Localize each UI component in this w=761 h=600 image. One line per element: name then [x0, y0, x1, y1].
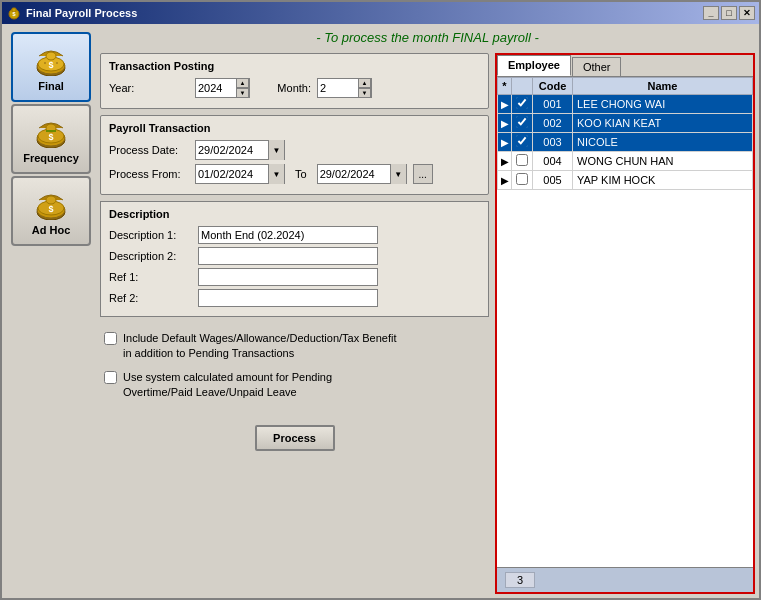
row-name-2: NICOLE — [573, 133, 753, 152]
svg-text:$: $ — [48, 132, 53, 142]
row-check-1[interactable] — [512, 114, 533, 133]
row-check-3[interactable] — [512, 152, 533, 171]
window-icon: $ — [6, 5, 22, 21]
final-label: Final — [38, 80, 64, 92]
month-up[interactable]: ▲ — [358, 78, 371, 88]
minimize-button[interactable]: _ — [703, 6, 719, 20]
name-header: Name — [573, 78, 753, 95]
table-row[interactable]: ▶ 005 YAP KIM HOCK — [498, 171, 753, 190]
tab-bar: Employee Other — [497, 55, 753, 77]
svg-text:$: $ — [48, 204, 53, 214]
sidebar-item-final[interactable]: $ Final — [11, 32, 91, 102]
row-name-4: YAP KIM HOCK — [573, 171, 753, 190]
row-checkbox-1[interactable] — [516, 116, 528, 128]
ref1-label: Ref 1: — [109, 271, 194, 283]
include-wages-row: Include Default Wages/Allowance/Deductio… — [104, 331, 485, 362]
desc1-label: Description 1: — [109, 229, 194, 241]
title-bar: $ Final Payroll Process _ □ ✕ — [2, 2, 759, 24]
month-spinner[interactable]: 2 ▲ ▼ — [317, 78, 372, 98]
count-value: 3 — [505, 572, 535, 588]
ref1-input[interactable] — [198, 268, 378, 286]
adhoc-label: Ad Hoc — [32, 224, 71, 236]
from-date-dropdown[interactable]: ▼ — [268, 164, 284, 184]
table-row[interactable]: ▶ 002 KOO KIAN KEAT — [498, 114, 753, 133]
ref2-row: Ref 2: — [109, 289, 480, 307]
row-checkbox-2[interactable] — [516, 135, 528, 147]
row-name-0: LEE CHONG WAI — [573, 95, 753, 114]
row-check-4[interactable] — [512, 171, 533, 190]
desc2-label: Description 2: — [109, 250, 194, 262]
sidebar-item-adhoc[interactable]: $ Ad Hoc — [11, 176, 91, 246]
final-icon: $ — [31, 42, 71, 76]
month-input[interactable]: 2 — [318, 79, 358, 97]
row-checkbox-4[interactable] — [516, 173, 528, 185]
row-code-0: 001 — [533, 95, 573, 114]
svg-point-6 — [46, 52, 56, 60]
page-title: - To process the month FINAL payroll - — [100, 28, 755, 47]
year-label: Year: — [109, 82, 189, 94]
desc1-input[interactable] — [198, 226, 378, 244]
employee-panel: Employee Other * Code Name — [495, 53, 755, 594]
tab-employee[interactable]: Employee — [497, 55, 571, 76]
row-check-2[interactable] — [512, 133, 533, 152]
ellipsis-button[interactable]: ... — [413, 164, 433, 184]
year-input[interactable]: 2024 — [196, 79, 236, 97]
month-down[interactable]: ▼ — [358, 88, 371, 98]
payroll-transaction-title: Payroll Transaction — [109, 122, 480, 134]
ref2-input[interactable] — [198, 289, 378, 307]
year-spinner[interactable]: 2024 ▲ ▼ — [195, 78, 250, 98]
adhoc-icon: $ — [31, 186, 71, 220]
svg-text:$: $ — [48, 60, 53, 70]
process-button[interactable]: Process — [255, 425, 335, 451]
row-code-3: 004 — [533, 152, 573, 171]
use-calculated-checkbox[interactable] — [104, 371, 117, 384]
row-arrow-3: ▶ — [498, 152, 512, 171]
from-date-input[interactable]: ▼ — [195, 164, 285, 184]
row-checkbox-0[interactable] — [516, 97, 528, 109]
sidebar-item-frequency[interactable]: $ Frequency — [11, 104, 91, 174]
include-wages-checkbox[interactable] — [104, 332, 117, 345]
to-date-input[interactable]: ▼ — [317, 164, 407, 184]
maximize-button[interactable]: □ — [721, 6, 737, 20]
frequency-icon: $ — [31, 114, 71, 148]
process-date-dropdown[interactable]: ▼ — [268, 140, 284, 160]
table-row[interactable]: ▶ 004 WONG CHUN HAN — [498, 152, 753, 171]
process-date-label: Process Date: — [109, 144, 189, 156]
year-down[interactable]: ▼ — [236, 88, 249, 98]
sidebar: $ Final $ Frequency — [6, 28, 96, 594]
frequency-label: Frequency — [23, 152, 79, 164]
row-code-2: 003 — [533, 133, 573, 152]
desc2-input[interactable] — [198, 247, 378, 265]
process-date-input[interactable]: ▼ — [195, 140, 285, 160]
to-date-dropdown[interactable]: ▼ — [390, 164, 406, 184]
row-arrow-1: ▶ — [498, 114, 512, 133]
from-date-field[interactable] — [196, 165, 268, 183]
include-wages-text: Include Default Wages/Allowance/Deductio… — [123, 331, 397, 362]
table-row[interactable]: ▶ 003 NICOLE — [498, 133, 753, 152]
row-name-1: KOO KIAN KEAT — [573, 114, 753, 133]
process-from-label: Process From: — [109, 168, 189, 180]
close-button[interactable]: ✕ — [739, 6, 755, 20]
payroll-transaction-panel: Payroll Transaction Process Date: ▼ Proc… — [100, 115, 489, 195]
ref2-label: Ref 2: — [109, 292, 194, 304]
row-check-0[interactable] — [512, 95, 533, 114]
month-label: Month: — [256, 82, 311, 94]
left-panels: Transaction Posting Year: 2024 ▲ ▼ Month… — [100, 53, 489, 594]
year-up[interactable]: ▲ — [236, 78, 249, 88]
main-layout: Transaction Posting Year: 2024 ▲ ▼ Month… — [100, 53, 755, 594]
transaction-posting-title: Transaction Posting — [109, 60, 480, 72]
to-date-field[interactable] — [318, 165, 390, 183]
process-date-field[interactable] — [196, 141, 268, 159]
checkboxes-area: Include Default Wages/Allowance/Deductio… — [100, 323, 489, 405]
use-calculated-text: Use system calculated amount for Pending… — [123, 370, 332, 401]
asterisk-header: * — [498, 78, 512, 95]
process-from-row: Process From: ▼ To ▼ ... — [109, 164, 480, 184]
tab-other[interactable]: Other — [572, 57, 622, 76]
description-title: Description — [109, 208, 480, 220]
year-row: Year: 2024 ▲ ▼ Month: 2 — [109, 78, 480, 98]
table-row[interactable]: ▶ 001 LEE CHONG WAI — [498, 95, 753, 114]
description-panel: Description Description 1: Description 2… — [100, 201, 489, 317]
row-checkbox-3[interactable] — [516, 154, 528, 166]
row-code-1: 002 — [533, 114, 573, 133]
check-header — [512, 78, 533, 95]
